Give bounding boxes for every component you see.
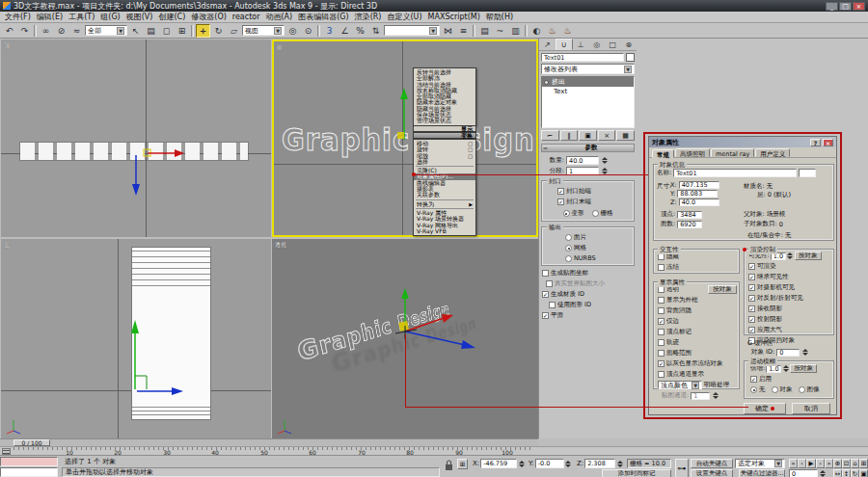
quad-item-select[interactable]: 选择 (414, 159, 475, 165)
menu-tools[interactable]: 工具(T) (66, 12, 97, 22)
mesh-radio[interactable]: 网格 (565, 244, 632, 252)
object-id-field[interactable]: 0 (776, 349, 800, 357)
display-as-box-checkbox[interactable]: 显示为外框 (658, 296, 739, 305)
bind-spacewarp-icon[interactable]: ≈ (69, 24, 84, 38)
renderable-checkbox[interactable]: 可渲染 (748, 262, 833, 271)
angle-snap-icon[interactable]: ∠ (338, 24, 352, 38)
parameters-rollout-header[interactable]: − 参数 (541, 144, 635, 152)
reference-coordinate-dropdown[interactable]: 视图 ▼ (242, 25, 285, 36)
dialog-help-button[interactable]: ? (810, 139, 821, 146)
apply-atmospherics-checkbox[interactable]: 应用大气 (748, 326, 833, 334)
configure-sets-icon[interactable]: ▦ (616, 130, 635, 141)
layer-manager-icon[interactable]: ▤ (477, 24, 492, 38)
selection-filter-dropdown[interactable]: 全部 ▼ (85, 25, 127, 36)
render-setup-icon[interactable]: ♨ (545, 24, 559, 38)
vertex-color-dropdown[interactable]: 顶点颜色 ▼ (658, 381, 702, 389)
map-channel-spinner[interactable] (712, 391, 719, 400)
vertex-channel-display-checkbox[interactable]: 顶点通道显示 (658, 370, 739, 379)
make-unique-icon[interactable]: ▣ (579, 130, 597, 141)
prev-frame-icon[interactable]: ‹ (798, 459, 806, 468)
show-frozen-gray-checkbox[interactable]: 以灰色显示冻结对象 (658, 359, 739, 368)
menu-maxscript[interactable]: MAXScript(M) (425, 13, 483, 21)
menu-group[interactable]: 组(G) (97, 12, 122, 22)
cast-shadows-checkbox[interactable]: 投射阴影 (748, 315, 833, 324)
vertex-ticks-checkbox[interactable]: 顶点标记 (658, 328, 739, 336)
x-coordinate-field[interactable]: -46.759 (480, 459, 517, 468)
select-scale-icon[interactable]: ▱ (227, 24, 241, 38)
menu-graph-editors[interactable]: 图表编辑器(G) (295, 12, 351, 22)
tab-general[interactable]: 常规 (652, 149, 674, 158)
play-icon[interactable]: ▶ (806, 459, 816, 468)
move-gizmo[interactable] (380, 287, 496, 355)
manipulate-icon[interactable]: ⊙ (301, 24, 315, 38)
auto-key-button[interactable]: 自动关键点 (691, 459, 733, 468)
menu-edit[interactable]: 编辑(E) (34, 12, 66, 22)
viewport-perspective-label[interactable]: 透视 (275, 241, 286, 250)
maxscript-mini-listener-white[interactable] (0, 467, 58, 477)
visible-to-reflection-checkbox[interactable]: 对反射/折射可见 (748, 294, 833, 303)
curve-editor-icon[interactable]: ~ (493, 24, 507, 38)
viewport-front-label[interactable]: 前 (277, 43, 283, 52)
go-to-start-icon[interactable]: « (789, 459, 798, 468)
blur-by-object-button[interactable]: 按对象 (790, 364, 817, 373)
dialog-title-bar[interactable]: 对象属性 ? × (649, 137, 836, 147)
quad-item-wire-parameters[interactable]: 关联参数 (414, 192, 475, 198)
morph-radio[interactable]: 变形 (563, 209, 584, 218)
time-slider-handle[interactable]: 0 / 100 (14, 439, 50, 446)
select-move-icon[interactable]: + (196, 24, 210, 38)
tab-display-icon[interactable]: □ (605, 39, 621, 50)
object-name-field[interactable]: Text01 (541, 53, 624, 62)
key-filters-button[interactable]: 关键点过滤器... (739, 469, 785, 477)
pivot-center-icon[interactable]: ◎ (285, 24, 300, 38)
spinner-snap-icon[interactable]: ⇅ (368, 24, 383, 38)
undo-icon[interactable]: ↶ (2, 24, 16, 38)
stack-item-extrude[interactable]: 挤出 (542, 77, 634, 87)
real-world-map-size-checkbox[interactable]: 真实世界贴图大小 (546, 279, 637, 288)
viewport-top-label[interactable]: 顶 (4, 41, 10, 50)
move-gizmo[interactable] (122, 316, 199, 403)
visible-to-camera-checkbox[interactable]: 对摄影机可见 (748, 283, 833, 292)
menu-views[interactable]: 视图(V) (123, 12, 156, 22)
maximize-button[interactable]: □ (839, 2, 852, 11)
dialog-close-button[interactable]: × (823, 139, 833, 146)
use-shape-ids-checkbox[interactable]: 使用图形 ID (549, 301, 637, 309)
render-by-object-button[interactable]: 按对象 (795, 252, 822, 260)
blur-none-radio[interactable]: 无 (750, 385, 766, 394)
y-spinner[interactable] (565, 460, 572, 468)
align-icon[interactable]: ≡ (456, 24, 471, 38)
tab-motion-icon[interactable]: ◎ (589, 39, 606, 50)
pin-stack-icon[interactable]: ⌐ (541, 130, 559, 141)
maxscript-mini-listener-pink[interactable] (0, 457, 58, 466)
cancel-button[interactable]: 取消 (792, 403, 830, 414)
set-keys-button[interactable]: ⊶ (675, 459, 689, 477)
menu-modifiers[interactable]: 修改器(O) (188, 12, 230, 22)
select-object-icon[interactable]: ↖ (128, 24, 143, 38)
generate-material-ids-checkbox[interactable]: 生成材质 ID (542, 290, 637, 299)
viewport-top[interactable]: 顶 (1, 40, 271, 237)
blur-enabled-checkbox[interactable]: 启用 (750, 375, 833, 384)
pan-icon[interactable]: ↔ (833, 469, 842, 477)
current-frame-field[interactable]: 0 (789, 469, 818, 477)
select-by-name-icon[interactable]: ▤ (144, 24, 158, 38)
unlink-icon[interactable]: ⊘ (54, 24, 68, 38)
z-spinner[interactable] (616, 460, 623, 468)
ok-button[interactable]: 确定 (744, 403, 786, 414)
visibility-spinner[interactable] (787, 252, 794, 260)
stack-item-text[interactable]: Text (542, 87, 634, 96)
add-time-tag-button[interactable]: 添加时间标记 (602, 469, 671, 477)
window-crossing-icon[interactable]: ⊞ (175, 24, 189, 38)
percent-snap-icon[interactable]: % (353, 24, 367, 38)
remove-modifier-icon[interactable]: × (598, 130, 616, 141)
menu-file[interactable]: 文件(F) (2, 12, 34, 22)
cap-start-checkbox[interactable]: 封口始端 (557, 187, 632, 196)
y-coordinate-field[interactable]: -0.0 (535, 459, 564, 468)
zoom-icon[interactable]: ⊕ (833, 459, 842, 468)
material-editor-icon[interactable]: ◐ (529, 24, 544, 38)
map-channel-field[interactable]: 1 (691, 392, 710, 400)
arc-rotate-icon[interactable]: ↻ (851, 469, 859, 477)
redo-icon[interactable]: ↷ (17, 24, 32, 38)
patch-radio[interactable]: 面片 (565, 233, 632, 242)
name-extra-field[interactable] (799, 169, 816, 177)
menu-rendering[interactable]: 渲染(R) (352, 12, 385, 22)
maximize-viewport-icon[interactable]: ▣ (859, 469, 868, 477)
